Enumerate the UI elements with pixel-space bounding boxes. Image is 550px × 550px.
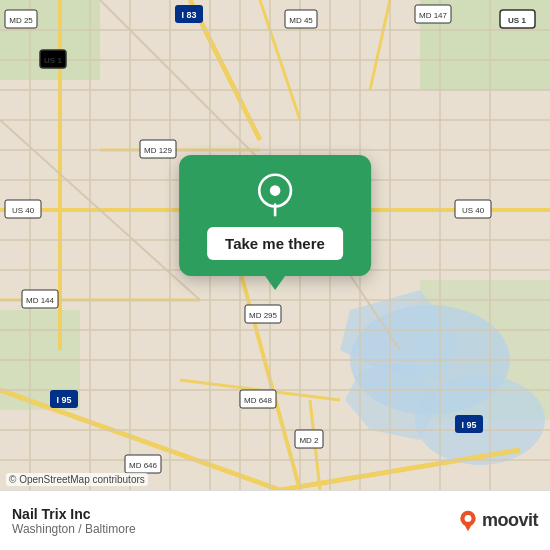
- location-name: Nail Trix Inc: [12, 506, 136, 522]
- location-city: Washington / Baltimore: [12, 522, 136, 536]
- svg-text:MD 646: MD 646: [129, 461, 158, 470]
- svg-marker-91: [464, 523, 473, 531]
- svg-text:MD 144: MD 144: [26, 296, 55, 305]
- svg-text:I 95: I 95: [461, 420, 476, 430]
- svg-text:US 40: US 40: [462, 206, 485, 215]
- svg-point-90: [465, 515, 472, 522]
- svg-text:I 83: I 83: [181, 10, 196, 20]
- moovit-logo: moovit: [458, 509, 538, 533]
- svg-text:US 1: US 1: [44, 56, 62, 65]
- svg-text:MD 147: MD 147: [419, 11, 448, 20]
- take-me-there-button[interactable]: Take me there: [207, 227, 343, 260]
- svg-text:MD 648: MD 648: [244, 396, 273, 405]
- svg-text:MD 45: MD 45: [289, 16, 313, 25]
- svg-text:MD 295: MD 295: [249, 311, 278, 320]
- popup-card: Take me there: [179, 155, 371, 276]
- svg-text:I 95: I 95: [56, 395, 71, 405]
- svg-text:MD 129: MD 129: [144, 146, 173, 155]
- osm-attribution: © OpenStreetMap contributors: [6, 473, 148, 486]
- svg-text:MD 2: MD 2: [299, 436, 319, 445]
- svg-text:MD 25: MD 25: [9, 16, 33, 25]
- location-pin-icon: [253, 173, 297, 217]
- svg-text:US 1: US 1: [508, 16, 526, 25]
- svg-text:US 40: US 40: [12, 206, 35, 215]
- info-bar: Nail Trix Inc Washington / Baltimore moo…: [0, 490, 550, 550]
- moovit-logo-text: moovit: [482, 510, 538, 531]
- location-text: Nail Trix Inc Washington / Baltimore: [12, 506, 136, 536]
- moovit-pin-icon: [458, 509, 478, 533]
- svg-point-87: [270, 185, 281, 196]
- map-container: I 83 US 1 US 1 MD 25 MD 45 MD 147 MD 129…: [0, 0, 550, 490]
